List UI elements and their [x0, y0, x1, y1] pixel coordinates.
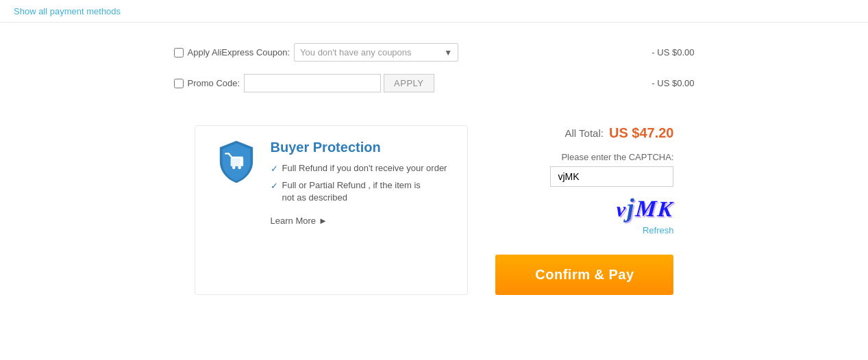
all-total-label: All Total: [565, 127, 604, 139]
bp-item-1: ✓ Full Refund if you don't receive your … [271, 162, 447, 175]
confirm-pay-button[interactable]: Confirm & Pay [495, 255, 673, 295]
svg-point-1 [232, 166, 235, 170]
captcha-input[interactable] [550, 166, 673, 187]
order-summary: All Total: US $47.20 Please enter the CA… [495, 125, 673, 295]
main-content: Apply AliExpress Coupon: You don't have … [0, 23, 868, 309]
show-payment-methods-link[interactable]: Show all payment methods [14, 6, 121, 16]
top-bar: Show all payment methods [0, 0, 868, 23]
bottom-section: Buyer Protection ✓ Full Refund if you do… [14, 125, 854, 295]
promo-label[interactable]: Promo Code: [174, 78, 240, 88]
learn-more-link[interactable]: Learn More ► [271, 216, 327, 226]
coupon-checkbox[interactable] [174, 48, 184, 57]
checkmark-icon-2: ✓ [271, 180, 278, 192]
buyer-protection-content: Buyer Protection ✓ Full Refund if you do… [271, 140, 447, 226]
coupon-placeholder: You don't have any coupons [300, 47, 411, 57]
promo-code-input[interactable] [244, 74, 381, 92]
checkmark-icon-1: ✓ [271, 163, 278, 175]
apply-button[interactable]: APPLY [384, 74, 434, 92]
svg-point-2 [238, 166, 241, 170]
all-total-row: All Total: US $47.20 [565, 125, 674, 141]
coupon-row: Apply AliExpress Coupon: You don't have … [174, 43, 695, 62]
all-total-amount: US $47.20 [609, 125, 674, 141]
coupon-amount: - US $0.00 [652, 47, 694, 57]
captcha-image: vjMK [617, 192, 673, 222]
coupon-dropdown[interactable]: You don't have any coupons ▼ [294, 43, 458, 62]
buyer-protection-box: Buyer Protection ✓ Full Refund if you do… [195, 125, 469, 295]
page-wrapper: Show all payment methods Apply AliExpres… [0, 0, 868, 360]
shield-icon [216, 140, 257, 186]
captcha-section: Please enter the CAPTCHA: vjMK Refresh [495, 152, 673, 246]
bp-item-2: ✓ Full or Partial Refund , if the item i… [271, 179, 447, 204]
promo-row: Promo Code: APPLY - US $0.00 [174, 74, 695, 92]
dropdown-arrow-icon: ▼ [444, 48, 452, 57]
promo-checkbox[interactable] [174, 79, 184, 88]
buyer-protection-title: Buyer Protection [271, 140, 447, 155]
arrow-right-icon: ► [319, 216, 327, 226]
promo-amount: - US $0.00 [652, 78, 694, 88]
captcha-label: Please enter the CAPTCHA: [561, 152, 673, 162]
coupon-section: Apply AliExpress Coupon: You don't have … [14, 43, 854, 105]
refresh-link[interactable]: Refresh [643, 225, 674, 235]
captcha-display: vjMK [615, 192, 675, 222]
coupon-label[interactable]: Apply AliExpress Coupon: [174, 47, 290, 57]
